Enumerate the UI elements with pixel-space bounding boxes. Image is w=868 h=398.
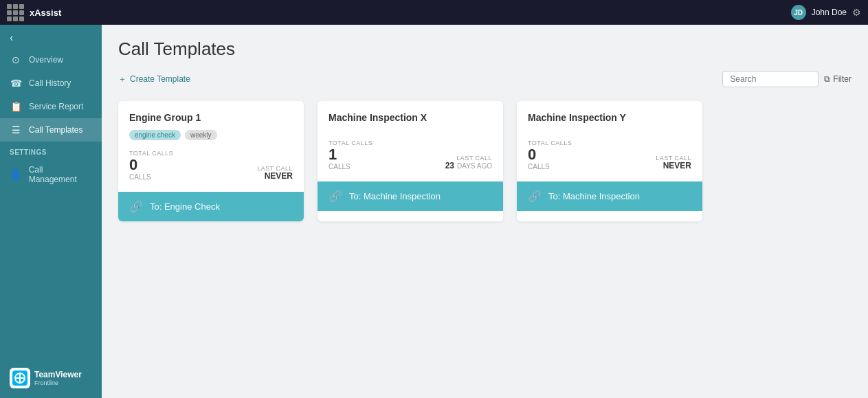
create-template-label: Create Template bbox=[130, 74, 190, 84]
sidebar-item-label: Call Templates bbox=[29, 125, 82, 135]
card-footer-machine-inspection-y[interactable]: 🔗 To: Machine Inspection bbox=[517, 181, 702, 211]
total-calls-unit: CALLS bbox=[329, 163, 372, 170]
card-machine-inspection-x: Machine Inspection X TOTAL CALLS 1 CALLS… bbox=[318, 101, 503, 221]
service-report-icon: 📋 bbox=[10, 101, 22, 112]
tv-text: TeamViewer Frontline bbox=[34, 370, 82, 386]
sidebar-item-service-report[interactable]: 📋 Service Report bbox=[0, 95, 102, 118]
grid-icon[interactable] bbox=[7, 4, 24, 21]
sidebar-item-label: Overview bbox=[29, 55, 63, 65]
card-footer-text: To: Machine Inspection bbox=[349, 191, 441, 201]
card-footer-text: To: Engine Check bbox=[150, 201, 220, 212]
total-calls-stat: TOTAL CALLS 0 CALLS bbox=[528, 140, 572, 170]
card-footer-engine-group-1[interactable]: 🔗 To: Engine Check bbox=[118, 192, 304, 221]
call-templates-icon: ☰ bbox=[10, 124, 22, 135]
link-icon: 🔗 bbox=[528, 190, 542, 203]
sidebar-item-label: Call History bbox=[29, 78, 71, 88]
sidebar-item-overview[interactable]: ⊙ Overview bbox=[0, 48, 102, 71]
card-footer-text: To: Machine Inspection bbox=[548, 191, 640, 201]
link-icon: 🔗 bbox=[129, 200, 143, 213]
total-calls-value: 0 bbox=[129, 157, 173, 173]
sidebar-item-label: Service Report bbox=[29, 102, 83, 111]
sidebar-back-button[interactable]: ‹ bbox=[0, 27, 102, 48]
last-call-value: NEVER bbox=[257, 172, 293, 181]
filter-button[interactable]: ⧉ Filter bbox=[824, 74, 852, 84]
settings-section-label: SETTINGS bbox=[0, 142, 102, 159]
last-call-value: 23 bbox=[445, 162, 454, 170]
sidebar-item-call-management[interactable]: 👤 Call Management bbox=[0, 159, 102, 190]
link-icon: 🔗 bbox=[329, 190, 342, 203]
sidebar-item-label: Call Management bbox=[29, 165, 92, 184]
card-title: Engine Group 1 bbox=[129, 112, 293, 123]
card-body: Machine Inspection X TOTAL CALLS 1 CALLS… bbox=[318, 101, 503, 181]
total-calls-stat: TOTAL CALLS 1 CALLS bbox=[329, 140, 372, 170]
overview-icon: ⊙ bbox=[10, 54, 22, 65]
search-input[interactable] bbox=[722, 71, 819, 87]
card-footer-machine-inspection-x[interactable]: 🔗 To: Machine Inspection bbox=[318, 181, 503, 211]
teamviewer-logo: TeamViewer Frontline bbox=[10, 368, 82, 388]
card-stats: TOTAL CALLS 1 CALLS LAST CALL 23 DAYS AG… bbox=[329, 140, 492, 170]
total-calls-unit: CALLS bbox=[528, 163, 572, 170]
card-stats: TOTAL CALLS 0 CALLS LAST CALL NEVER bbox=[528, 140, 691, 170]
last-call-stat: LAST CALL 23 DAYS AGO bbox=[445, 155, 492, 170]
card-tags: engine check weekly bbox=[129, 130, 293, 140]
toolbar: ＋ Create Template ⧉ Filter bbox=[118, 71, 852, 87]
create-template-button[interactable]: ＋ Create Template bbox=[118, 74, 190, 85]
call-management-icon: 👤 bbox=[10, 169, 22, 180]
last-call-stat: LAST CALL NEVER bbox=[257, 165, 293, 181]
card-body: Machine Inspection Y TOTAL CALLS 0 CALLS… bbox=[517, 101, 702, 181]
sidebar: ‹ ⊙ Overview ☎ Call History 📋 Service Re… bbox=[0, 25, 102, 398]
last-call-value: NEVER bbox=[656, 162, 691, 170]
sidebar-item-call-history[interactable]: ☎ Call History bbox=[0, 71, 102, 95]
call-history-icon: ☎ bbox=[10, 78, 22, 89]
card-title: Machine Inspection Y bbox=[528, 112, 691, 123]
filter-label: Filter bbox=[833, 74, 852, 84]
topbar-right: JD John Doe ⚙ bbox=[791, 5, 861, 20]
main-content: Call Templates ＋ Create Template ⧉ Filte… bbox=[102, 25, 868, 398]
username: John Doe bbox=[812, 8, 847, 17]
topbar: xAssist JD John Doe ⚙ bbox=[0, 0, 868, 25]
sidebar-bottom: TeamViewer Frontline bbox=[0, 358, 102, 398]
settings-icon[interactable]: ⚙ bbox=[852, 7, 861, 18]
total-calls-unit: CALLS bbox=[129, 173, 173, 181]
total-calls-stat: TOTAL CALLS 0 CALLS bbox=[129, 150, 173, 181]
sidebar-item-call-templates[interactable]: ☰ Call Templates bbox=[0, 118, 102, 142]
tag-engine-check: engine check bbox=[129, 130, 181, 140]
last-call-stat: LAST CALL NEVER bbox=[656, 155, 691, 170]
topbar-left: xAssist bbox=[7, 4, 61, 21]
last-call-unit: DAYS AGO bbox=[457, 162, 492, 170]
tag-weekly: weekly bbox=[185, 130, 217, 140]
card-machine-inspection-y: Machine Inspection Y TOTAL CALLS 0 CALLS… bbox=[517, 101, 702, 221]
avatar: JD bbox=[791, 5, 806, 20]
tv-icon bbox=[10, 368, 30, 388]
total-calls-value: 0 bbox=[528, 146, 572, 163]
page-title: Call Templates bbox=[118, 38, 852, 60]
plus-icon: ＋ bbox=[118, 74, 126, 85]
app-title: xAssist bbox=[30, 8, 61, 18]
filter-icon: ⧉ bbox=[824, 74, 830, 84]
card-body: Engine Group 1 engine check weekly TOTAL… bbox=[118, 101, 304, 192]
card-stats: TOTAL CALLS 0 CALLS LAST CALL NEVER bbox=[129, 150, 293, 181]
toolbar-right: ⧉ Filter bbox=[722, 71, 852, 87]
sidebar-nav: ⊙ Overview ☎ Call History 📋 Service Repo… bbox=[0, 48, 102, 358]
cards-grid: Engine Group 1 engine check weekly TOTAL… bbox=[118, 101, 852, 221]
card-title: Machine Inspection X bbox=[329, 112, 492, 123]
card-engine-group-1: Engine Group 1 engine check weekly TOTAL… bbox=[118, 101, 304, 221]
total-calls-value: 1 bbox=[329, 146, 372, 163]
